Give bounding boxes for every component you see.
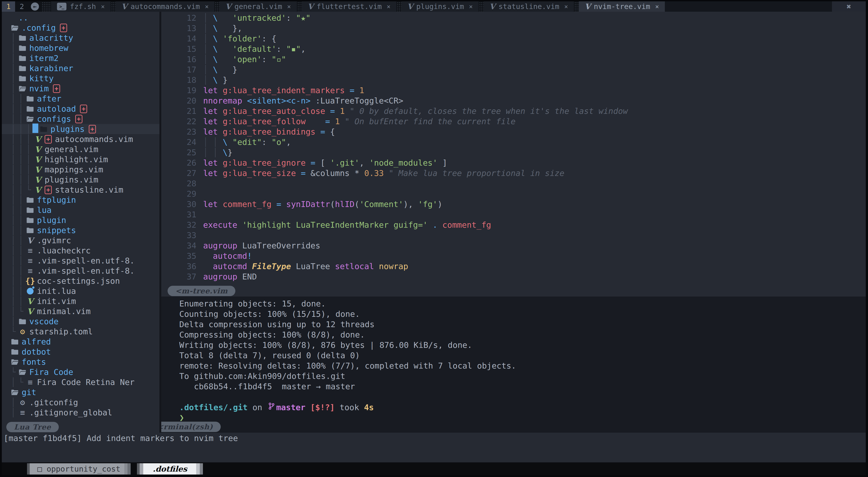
back-arrow-icon[interactable]: ← — [31, 2, 39, 10]
tree-row-Fira-Code-Retina-Ner[interactable]: │└≡Fira Code Retina Ner — [2, 377, 159, 387]
tree-row-.gitignore-global[interactable]: │≡.gitignore_global — [2, 407, 159, 418]
tab-autocommands.vim[interactable]: Vautocommands.vim× — [116, 1, 215, 12]
tab-close-icon[interactable]: × — [287, 3, 291, 10]
tree-row-plugins.vim[interactable]: │││Vplugins.vim — [2, 175, 159, 185]
code-text: let g:lua_tree_ignore = [ '.git', 'node_… — [203, 158, 447, 167]
tree-row-lua[interactable]: ││lua — [2, 205, 159, 215]
tree-row-dotbot[interactable]: dotbot — [2, 347, 159, 357]
tree-row-alfred[interactable]: alfred — [2, 337, 159, 347]
tree-row-.vim-spell-en.utf-8.[interactable]: ││≡.vim-spell-en.utf-8. — [2, 255, 159, 266]
tree-row-homebrew[interactable]: │homebrew — [2, 43, 159, 53]
tree-row-autocommands.vim[interactable]: │││V+autocommands.vim — [2, 134, 159, 144]
tmux-window-.dotfiles[interactable]: .dotfiles — [137, 463, 203, 475]
tree-row-.vim-spell-en.utf-8.[interactable]: ││≡.vim-spell-en.utf-8. — [2, 266, 159, 276]
tree-row-Fira-Code[interactable]: └Fira Code — [2, 367, 159, 377]
tree-item-label: fonts — [22, 357, 46, 367]
editor-line-25[interactable]: 25│ │ \} — [161, 147, 866, 158]
editor-line-30[interactable]: 30let comment_fg = synIDattr(hlID('Comme… — [161, 199, 866, 209]
tree-row-init.vim[interactable]: ││Vinit.vim — [2, 296, 159, 306]
editor-line-32[interactable]: 32execute 'highlight LuaTreeIndentMarker… — [161, 219, 866, 230]
tree-row-vscode[interactable]: │vscode — [2, 316, 159, 327]
tree-row-general.vim[interactable]: │││Vgeneral.vim — [2, 144, 159, 155]
tab-fzf.sh[interactable]: >_fzf.sh× — [51, 1, 111, 12]
pane-divider[interactable] — [159, 12, 161, 433]
line-number: 30 — [161, 200, 203, 209]
tree-row-.gitconfig[interactable]: │⚙.gitconfig — [2, 397, 159, 407]
editor-line-36[interactable]: 36 autocmd FileType LuaTree setlocal now… — [161, 261, 866, 271]
editor-line-33[interactable]: 33 — [161, 230, 866, 240]
tree-row-.gvimrc[interactable]: ││V.gvimrc — [2, 235, 159, 245]
tree-row-statusline.vim[interactable]: ││└V+statusline.vim — [2, 185, 159, 195]
close-all-icon[interactable]: ✖ — [832, 1, 866, 12]
tab-close-icon[interactable]: × — [469, 3, 473, 10]
tree-item-label: .gitignore_global — [29, 408, 112, 417]
tab-close-icon[interactable]: × — [205, 3, 209, 10]
tree-row-git[interactable]: git — [2, 387, 159, 397]
editor-line-34[interactable]: 34augroup LuaTreeOverrides — [161, 240, 866, 251]
tab-fluttertest.vim[interactable]: Vfluttertest.vim× — [302, 1, 396, 12]
tree-row-init.lua[interactable]: ││init.lua — [2, 286, 159, 296]
tmux-window-opportunity_cost[interactable]: □ opportunity_cost — [27, 463, 131, 475]
editor-line-21[interactable]: 21let g:lua_tree_auto_close = 1 " 0 by d… — [161, 106, 866, 116]
tree-row-after[interactable]: ││after — [2, 94, 159, 104]
tab-general.vim[interactable]: Vgeneral.vim× — [219, 1, 297, 12]
indent-guide: │ — [11, 215, 19, 225]
tab-statusline.vim[interactable]: Vstatusline.vim× — [484, 1, 574, 12]
tree-row-highlight.vim[interactable]: │││Vhighlight.vim — [2, 155, 159, 165]
tab-close-icon[interactable]: × — [655, 3, 659, 10]
tree-row-nvim[interactable]: │nvim+ — [2, 83, 159, 94]
editor-line-24[interactable]: 24│ │ \ "edit": "o", — [161, 137, 866, 147]
indent-guide: │ — [11, 74, 19, 83]
tree-row-.config[interactable]: .config+ — [2, 23, 159, 33]
editor-line-19[interactable]: 19let g:lua_tree_indent_markers = 1 — [161, 85, 866, 95]
tab-plugins.vim[interactable]: Vplugins.vim× — [401, 1, 478, 12]
editor-line-14[interactable]: 14│ \ 'folder': { — [161, 33, 866, 44]
tree-row-..[interactable]: .. — [2, 12, 159, 23]
tree-row-ftplugin[interactable]: ││ftplugin — [2, 195, 159, 205]
editor-line-12[interactable]: 12│ \ 'untracked': "★" — [161, 12, 866, 23]
editor-line-16[interactable]: 16│ \ 'open': "▫" — [161, 54, 866, 64]
tab-close-icon[interactable]: × — [101, 3, 105, 10]
editor-line-27[interactable]: 27let g:lua_tree_size = &columns * 0.33 … — [161, 168, 866, 178]
editor-line-22[interactable]: 22let g:lua_tree_follow = 1 " On bufEnte… — [161, 116, 866, 127]
editor-line-20[interactable]: 20nnoremap <silent><c-n> :LuaTreeToggle<… — [161, 95, 866, 106]
terminal-text: .dotfiles/.git on master [$!?] took 4s — [179, 402, 374, 412]
tab-nvim-tree.vim[interactable]: Vnvim-tree.vim× — [579, 1, 665, 12]
tab-close-icon[interactable]: × — [564, 3, 568, 10]
tab-close-icon[interactable]: × — [387, 3, 391, 10]
editor-line-15[interactable]: 15│ \ 'default': "▪", — [161, 44, 866, 54]
tree-row-minimal.vim[interactable]: │└Vminimal.vim — [2, 306, 159, 316]
folder-open-icon — [11, 359, 19, 365]
editor-line-17[interactable]: 17│ \ } — [161, 64, 866, 75]
tree-row-iterm2[interactable]: │iterm2 — [2, 53, 159, 63]
tree-row-kitty[interactable]: │kitty — [2, 73, 159, 83]
tree-row-configs[interactable]: ││configs+ — [2, 114, 159, 124]
editor-line-23[interactable]: 23let g:lua_tree_bindings = { — [161, 127, 866, 137]
tmux-pane-index-1[interactable]: 1 — [2, 1, 15, 12]
tab-label: general.vim — [235, 2, 282, 11]
editor-line-28[interactable]: 28 — [161, 178, 866, 189]
tree-row-coc-settings.json[interactable]: ││{}coc-settings.json — [2, 276, 159, 286]
tree-row-mappings.vim[interactable]: │││Vmappings.vim — [2, 165, 159, 175]
code-text: │ \ } — [203, 65, 237, 74]
editor-line-31[interactable]: 31 — [161, 209, 866, 219]
editor-line-26[interactable]: 26let g:lua_tree_ignore = [ '.git', 'nod… — [161, 158, 866, 168]
terminal-pane[interactable]: Enumerating objects: 15, done.Counting o… — [161, 297, 866, 433]
tree-row-karabiner[interactable]: │karabiner — [2, 63, 159, 73]
code-text: │ \ 'untracked': "★" — [203, 13, 311, 23]
editor-line-35[interactable]: 35 autocmd! — [161, 251, 866, 261]
tree-row-snippets[interactable]: ││snippets — [2, 225, 159, 235]
editor-line-13[interactable]: 13│ \ }, — [161, 23, 866, 33]
tree-row-alacritty[interactable]: │alacritty — [2, 33, 159, 43]
editor-line-18[interactable]: 18│ \ } — [161, 75, 866, 85]
code-text: let g:lua_tree_indent_markers = 1 — [203, 86, 364, 95]
tree-row-fonts[interactable]: fonts — [2, 357, 159, 367]
editor-line-29[interactable]: 29 — [161, 189, 866, 199]
tree-row-starship.toml[interactable]: └⚙starship.toml — [2, 327, 159, 337]
tree-row-.luacheckrc[interactable]: ││≡.luacheckrc — [2, 245, 159, 255]
tree-row-plugins[interactable]: │││plugins+ — [2, 124, 159, 134]
tree-row-autoload[interactable]: ││autoload+ — [2, 104, 159, 114]
editor-line-37[interactable]: 37augroup END — [161, 271, 866, 282]
tmux-pane-index-2[interactable]: 2 — [15, 1, 28, 12]
tree-row-plugin[interactable]: ││plugin — [2, 215, 159, 225]
